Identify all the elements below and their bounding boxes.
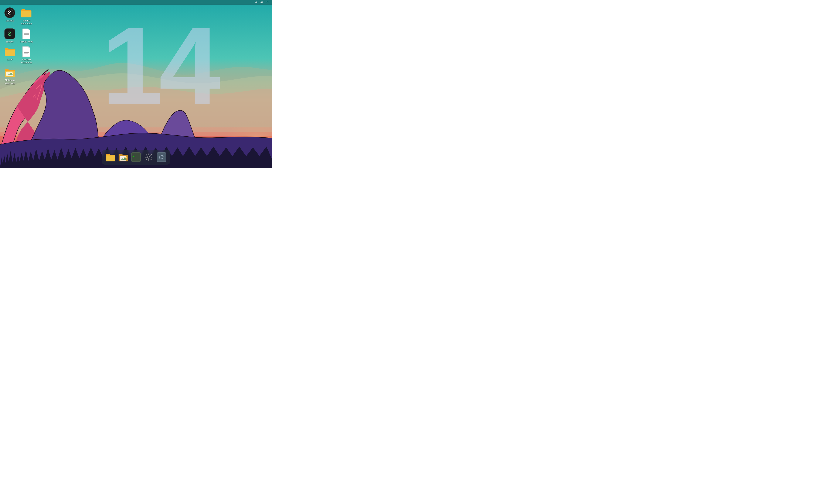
wip-icon[interactable]: W.I.P — [2, 45, 17, 62]
svg-line-69 — [151, 159, 151, 160]
dock-settings[interactable] — [143, 151, 154, 163]
svg-text:>_: >_ — [133, 155, 136, 158]
plaintext-passwords-icon[interactable]: Plaintext Passwords — [19, 45, 34, 65]
dock-files[interactable] — [105, 151, 116, 163]
session-icon[interactable]: Session — [2, 27, 17, 44]
icon-row-3: Christmas Party Pics — [2, 66, 34, 86]
svg-rect-42 — [6, 30, 14, 38]
lokinet-label: LokiNet — [6, 19, 14, 22]
lokinet-graphic — [4, 7, 15, 18]
service-node-folder-icon[interactable]: Service Node Stuff — [19, 6, 34, 26]
topbar — [0, 0, 272, 5]
settings-graphic — [144, 152, 154, 162]
volume-icon — [260, 1, 263, 4]
svg-rect-72 — [157, 153, 166, 161]
wip-label: W.I.P — [7, 58, 13, 61]
trash-graphic — [157, 152, 166, 162]
taskbar: >_ — [102, 150, 170, 165]
wip-graphic — [4, 46, 15, 57]
svg-point-56 — [12, 72, 13, 73]
private-keys-label: Private Keys — [20, 40, 33, 43]
lokinet-icon[interactable]: LokiNet — [2, 6, 17, 23]
plaintext-passwords-label: Plaintext Passwords — [20, 58, 33, 64]
icon-row-0: LokiNet Service Node Stuff — [2, 6, 34, 26]
session-graphic — [4, 28, 15, 39]
christmas-party-label: Christmas Party Pics — [3, 79, 17, 85]
private-keys-icon[interactable]: Private Keys — [19, 27, 34, 44]
svg-line-68 — [146, 155, 147, 155]
terminal-graphic: >_ — [131, 152, 141, 162]
wifi-icon — [254, 1, 258, 4]
christmas-party-graphic — [4, 67, 15, 78]
plaintext-passwords-graphic — [21, 46, 32, 57]
session-label: Session — [6, 40, 14, 43]
svg-line-70 — [151, 155, 151, 155]
svg-point-40 — [8, 11, 9, 12]
svg-marker-36 — [260, 1, 262, 3]
service-node-label: Service Node Stuff — [20, 19, 33, 25]
dock-trash[interactable] — [156, 151, 167, 163]
svg-point-60 — [125, 157, 127, 158]
dock-image-viewer[interactable] — [117, 151, 129, 163]
power-icon[interactable] — [266, 1, 268, 4]
svg-point-41 — [11, 14, 11, 14]
private-keys-graphic — [21, 28, 32, 39]
dock-terminal[interactable]: >_ — [130, 151, 142, 163]
svg-point-44 — [11, 34, 11, 35]
icon-row-1: Session Private Keys — [2, 27, 34, 44]
desktop: 14 LokiNet — [0, 0, 272, 168]
svg-line-71 — [146, 159, 147, 160]
svg-point-63 — [148, 156, 150, 158]
christmas-party-pics-icon[interactable]: Christmas Party Pics — [2, 66, 17, 86]
icon-row-2: W.I.P Plaintext Passwords — [2, 45, 34, 65]
desktop-icons-container: LokiNet Service Node Stuff — [2, 6, 34, 86]
svg-point-43 — [8, 32, 8, 33]
service-node-folder-graphic — [21, 7, 32, 18]
svg-point-39 — [6, 9, 13, 16]
